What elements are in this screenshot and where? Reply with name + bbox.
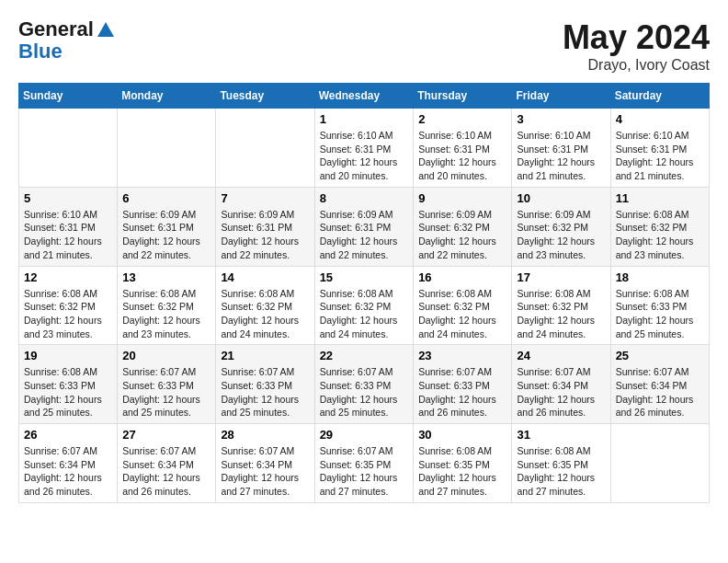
calendar-cell: 25Sunrise: 6:07 AM Sunset: 6:34 PM Dayli… [610,345,709,424]
calendar-cell: 21Sunrise: 6:07 AM Sunset: 6:33 PM Dayli… [216,345,314,424]
day-number: 10 [517,191,605,205]
day-number: 14 [221,270,309,284]
weekday-header: Wednesday [314,84,414,109]
weekday-header: Thursday [414,84,512,109]
main-title: May 2024 [563,18,710,57]
logo: General Blue [18,18,116,63]
calendar-table: SundayMondayTuesdayWednesdayThursdayFrid… [18,83,710,503]
calendar-cell: 7Sunrise: 6:09 AM Sunset: 6:31 PM Daylig… [216,187,314,266]
weekday-header-row: SundayMondayTuesdayWednesdayThursdayFrid… [19,84,710,109]
day-number: 25 [616,349,704,362]
day-number: 9 [418,191,506,205]
calendar-cell: 28Sunrise: 6:07 AM Sunset: 6:34 PM Dayli… [216,424,314,503]
day-number: 5 [24,191,112,205]
calendar-cell: 18Sunrise: 6:08 AM Sunset: 6:33 PM Dayli… [610,266,709,345]
title-block: May 2024 Drayo, Ivory Coast [563,18,710,74]
day-info: Sunrise: 6:07 AM Sunset: 6:33 PM Dayligh… [122,365,210,419]
subtitle: Drayo, Ivory Coast [563,57,710,74]
day-info: Sunrise: 6:08 AM Sunset: 6:35 PM Dayligh… [418,444,506,499]
weekday-header: Sunday [19,84,118,109]
day-info: Sunrise: 6:10 AM Sunset: 6:31 PM Dayligh… [320,129,409,183]
day-number: 2 [418,112,506,126]
calendar-cell: 12Sunrise: 6:08 AM Sunset: 6:32 PM Dayli… [19,266,118,345]
day-number: 26 [24,428,112,442]
calendar-cell: 15Sunrise: 6:08 AM Sunset: 6:32 PM Dayli… [314,266,414,345]
day-info: Sunrise: 6:09 AM Sunset: 6:31 PM Dayligh… [320,208,409,262]
calendar-cell: 6Sunrise: 6:09 AM Sunset: 6:31 PM Daylig… [118,187,216,266]
page-header: General Blue May 2024 Drayo, Ivory Coast [18,18,710,74]
day-info: Sunrise: 6:08 AM Sunset: 6:32 PM Dayligh… [24,287,112,341]
day-info: Sunrise: 6:07 AM Sunset: 6:34 PM Dayligh… [24,444,112,499]
calendar-cell: 20Sunrise: 6:07 AM Sunset: 6:33 PM Dayli… [118,345,216,424]
calendar-cell: 11Sunrise: 6:08 AM Sunset: 6:32 PM Dayli… [610,187,709,266]
day-number: 4 [616,112,704,126]
day-number: 20 [122,349,210,362]
day-info: Sunrise: 6:08 AM Sunset: 6:32 PM Dayligh… [122,287,210,341]
calendar-cell: 4Sunrise: 6:10 AM Sunset: 6:31 PM Daylig… [610,109,709,188]
calendar-week-row: 19Sunrise: 6:08 AM Sunset: 6:33 PM Dayli… [19,345,710,424]
calendar-cell: 29Sunrise: 6:07 AM Sunset: 6:35 PM Dayli… [314,424,414,503]
calendar-cell: 27Sunrise: 6:07 AM Sunset: 6:34 PM Dayli… [118,424,216,503]
svg-marker-0 [97,22,114,37]
calendar-week-row: 26Sunrise: 6:07 AM Sunset: 6:34 PM Dayli… [19,424,710,503]
calendar-cell: 23Sunrise: 6:07 AM Sunset: 6:33 PM Dayli… [414,345,512,424]
day-info: Sunrise: 6:10 AM Sunset: 6:31 PM Dayligh… [517,129,605,183]
day-number: 12 [24,270,112,284]
day-info: Sunrise: 6:08 AM Sunset: 6:32 PM Dayligh… [517,287,605,341]
calendar-cell: 13Sunrise: 6:08 AM Sunset: 6:32 PM Dayli… [118,266,216,345]
day-info: Sunrise: 6:07 AM Sunset: 6:35 PM Dayligh… [320,444,409,499]
day-number: 17 [517,270,605,284]
day-number: 11 [616,191,704,205]
day-number: 8 [320,191,409,205]
day-info: Sunrise: 6:08 AM Sunset: 6:32 PM Dayligh… [418,287,506,341]
calendar-cell: 2Sunrise: 6:10 AM Sunset: 6:31 PM Daylig… [414,109,512,188]
day-number: 21 [221,349,309,362]
weekday-header: Tuesday [216,84,314,109]
day-info: Sunrise: 6:07 AM Sunset: 6:33 PM Dayligh… [418,365,506,419]
calendar-week-row: 1Sunrise: 6:10 AM Sunset: 6:31 PM Daylig… [19,109,710,188]
day-info: Sunrise: 6:08 AM Sunset: 6:35 PM Dayligh… [517,444,605,499]
day-info: Sunrise: 6:08 AM Sunset: 6:33 PM Dayligh… [616,287,704,341]
calendar-cell [118,109,216,188]
calendar-cell: 17Sunrise: 6:08 AM Sunset: 6:32 PM Dayli… [512,266,610,345]
day-number: 6 [122,191,210,205]
day-info: Sunrise: 6:09 AM Sunset: 6:32 PM Dayligh… [418,208,506,262]
logo-line1: General [18,17,94,40]
day-number: 19 [24,349,112,362]
day-info: Sunrise: 6:07 AM Sunset: 6:34 PM Dayligh… [122,444,210,499]
calendar-cell [19,109,118,188]
day-number: 30 [418,428,506,442]
day-number: 16 [418,270,506,284]
calendar-cell: 14Sunrise: 6:08 AM Sunset: 6:32 PM Dayli… [216,266,314,345]
calendar-cell: 8Sunrise: 6:09 AM Sunset: 6:31 PM Daylig… [314,187,414,266]
day-info: Sunrise: 6:09 AM Sunset: 6:32 PM Dayligh… [517,208,605,262]
day-info: Sunrise: 6:08 AM Sunset: 6:32 PM Dayligh… [320,287,409,341]
weekday-header: Friday [512,84,610,109]
day-info: Sunrise: 6:08 AM Sunset: 6:33 PM Dayligh… [24,365,112,419]
calendar-cell: 16Sunrise: 6:08 AM Sunset: 6:32 PM Dayli… [414,266,512,345]
calendar-cell: 30Sunrise: 6:08 AM Sunset: 6:35 PM Dayli… [414,424,512,503]
calendar-cell: 5Sunrise: 6:10 AM Sunset: 6:31 PM Daylig… [19,187,118,266]
day-info: Sunrise: 6:08 AM Sunset: 6:32 PM Dayligh… [221,287,309,341]
calendar-week-row: 5Sunrise: 6:10 AM Sunset: 6:31 PM Daylig… [19,187,710,266]
day-number: 7 [221,191,309,205]
weekday-header: Saturday [610,84,709,109]
logo-line2: Blue [18,40,116,63]
calendar-cell: 24Sunrise: 6:07 AM Sunset: 6:34 PM Dayli… [512,345,610,424]
day-info: Sunrise: 6:10 AM Sunset: 6:31 PM Dayligh… [616,129,704,183]
day-number: 22 [320,349,409,362]
day-info: Sunrise: 6:09 AM Sunset: 6:31 PM Dayligh… [122,208,210,262]
calendar-cell: 31Sunrise: 6:08 AM Sunset: 6:35 PM Dayli… [512,424,610,503]
weekday-header: Monday [118,84,216,109]
day-info: Sunrise: 6:07 AM Sunset: 6:33 PM Dayligh… [320,365,409,419]
calendar-cell [216,109,314,188]
day-number: 31 [517,428,605,442]
day-number: 29 [320,428,409,442]
day-number: 18 [616,270,704,284]
calendar-cell: 19Sunrise: 6:08 AM Sunset: 6:33 PM Dayli… [19,345,118,424]
calendar-cell: 1Sunrise: 6:10 AM Sunset: 6:31 PM Daylig… [314,109,414,188]
day-number: 1 [320,112,409,126]
day-info: Sunrise: 6:07 AM Sunset: 6:34 PM Dayligh… [616,365,704,419]
day-number: 15 [320,270,409,284]
day-info: Sunrise: 6:10 AM Sunset: 6:31 PM Dayligh… [418,129,506,183]
